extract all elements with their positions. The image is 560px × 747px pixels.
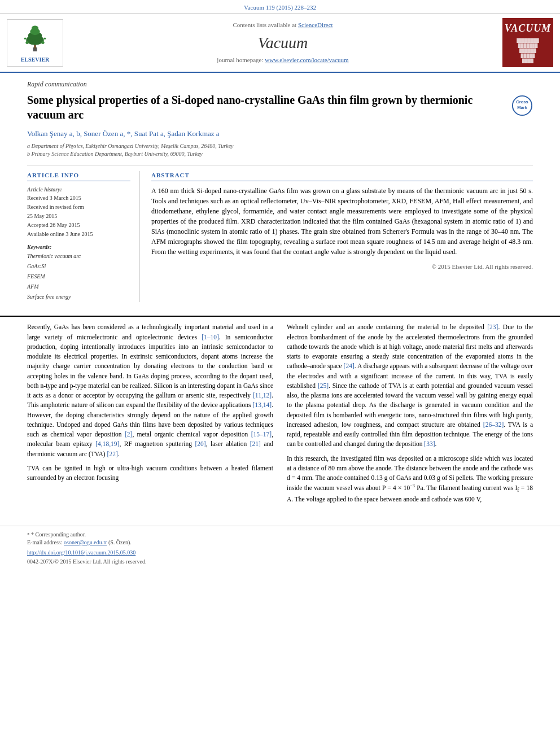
- corresponding-label: * Corresponding author.: [31, 531, 86, 538]
- sciencedirect-anchor[interactable]: ScienceDirect: [298, 21, 333, 28]
- email-label: E-mail address:: [27, 539, 62, 545]
- body-left-col: Recently, GaAs has been considered as a …: [27, 322, 273, 509]
- svg-point-9: [44, 37, 46, 40]
- affiliations: a Department of Physics, Eskişehir Osman…: [27, 142, 533, 158]
- ref-2: [2]: [125, 431, 132, 438]
- keyword-3: FESEM: [27, 272, 130, 282]
- article-info-col: Article Info Article history: Received 3…: [27, 171, 140, 302]
- keywords-list: Thermionic vacuum arc GaAs:Si FESEM AFM …: [27, 251, 130, 302]
- keyword-4: AFM: [27, 282, 130, 292]
- article-type: Rapid communication: [27, 80, 533, 89]
- ref-26-32: [26–32]: [483, 421, 504, 428]
- ref-22: [22]: [107, 451, 118, 457]
- article-title-row: Some physical properties of a Si-doped n…: [27, 93, 533, 122]
- footer-doi: http://dx.doi.org/10.1016/j.vacuum.2015.…: [27, 549, 533, 557]
- article-content: Rapid communication Some physical proper…: [0, 73, 560, 309]
- ref-23: [23]: [487, 324, 498, 330]
- article-title: Some physical properties of a Si-doped n…: [27, 93, 506, 122]
- doi-link[interactable]: http://dx.doi.org/10.1016/j.vacuum.2015.…: [27, 549, 135, 556]
- journal-citation-bar: Vacuum 119 (2015) 228–232: [0, 0, 560, 14]
- article-info-heading: Article Info: [27, 171, 130, 181]
- journal-center: Contents lists available at ScienceDirec…: [69, 21, 497, 65]
- vacuum-journal-logo: VACUUM ████████ ███████ ██████ █████ ███…: [502, 18, 553, 67]
- svg-point-6: [25, 41, 28, 43]
- article-info-abstract: Article Info Article history: Received 3…: [27, 165, 533, 302]
- body-para-1: Recently, GaAs has been considered as a …: [27, 322, 273, 459]
- svg-text:Mark: Mark: [517, 105, 528, 110]
- footer-area: * * Corresponding author. E-mail address…: [0, 526, 560, 570]
- crossmark-icon: Cross Mark: [511, 95, 533, 116]
- footer-corresponding: * * Corresponding author.: [27, 531, 533, 539]
- vacuum-logo-lines: ████████ ███████ ██████ █████ ████: [517, 38, 539, 64]
- elsevier-tree-icon: [15, 22, 55, 53]
- journal-citation-text: Vacuum 119 (2015) 228–232: [244, 4, 316, 11]
- ref-11-12: [11,12]: [253, 392, 272, 399]
- body-content: Recently, GaAs has been considered as a …: [0, 316, 560, 514]
- affiliation-b: b Primary Science Education Department, …: [27, 150, 533, 158]
- ref-33: [33]: [424, 440, 435, 447]
- body-para-2: TVA can be ignited in high or ultra-high…: [27, 464, 273, 483]
- journal-header: ELSEVIER Contents lists available at Sci…: [0, 14, 560, 73]
- ref-24: [24]: [344, 362, 355, 369]
- abstract-col: Abstract A 160 nm thick Si-doped nano-cr…: [151, 171, 533, 302]
- ref-21: [21]: [250, 440, 261, 447]
- svg-point-5: [32, 25, 38, 30]
- ref-4-18-19: [4,18,19]: [95, 440, 119, 447]
- keywords-label: Keywords:: [27, 243, 130, 251]
- elsevier-logo: ELSEVIER: [7, 19, 63, 67]
- history-label: Article history:: [27, 186, 130, 194]
- body-para-4: In this research, the investigated film …: [287, 454, 533, 504]
- email-link[interactable]: osoner@ogu.edu.tr: [64, 539, 107, 545]
- copyright-notice: © 2015 Elsevier Ltd. All rights reserved…: [151, 263, 533, 271]
- body-right-col: Wehnelt cylinder and an anode containing…: [287, 322, 533, 509]
- keyword-2: GaAs:Si: [27, 261, 130, 272]
- date-received-revised-label: Received in revised form: [27, 203, 130, 212]
- journal-name: Vacuum: [69, 32, 497, 54]
- body-para-3: Wehnelt cylinder and an anode containing…: [287, 322, 533, 449]
- homepage-url[interactable]: www.elsevier.com/locate/vacuum: [265, 56, 348, 63]
- keyword-1: Thermionic vacuum arc: [27, 251, 130, 261]
- abstract-heading: Abstract: [151, 171, 533, 181]
- date-available: Available online 3 June 2015: [27, 230, 130, 239]
- ref-1-10: [1–10]: [202, 334, 219, 340]
- email-name: (S. Özen).: [108, 539, 132, 545]
- svg-point-7: [41, 41, 44, 43]
- date-accepted: Accepted 26 May 2015: [27, 221, 130, 230]
- body-two-col: Recently, GaAs has been considered as a …: [27, 322, 533, 509]
- sciencedirect-link: Contents lists available at ScienceDirec…: [69, 21, 497, 29]
- ref-25: [25]: [318, 382, 329, 389]
- footer-email: E-mail address: osoner@ogu.edu.tr (S. Öz…: [27, 539, 533, 547]
- authors-text: Volkan Şenay a, b, Soner Özen a, *, Suat…: [27, 129, 220, 138]
- ref-20: [20]: [195, 440, 205, 447]
- vacuum-logo-title: VACUUM: [505, 21, 552, 36]
- abstract-text: A 160 nm thick Si-doped nano-crystalline…: [151, 186, 533, 257]
- svg-point-8: [24, 37, 27, 40]
- ref-15-17: [15–17]: [251, 431, 272, 438]
- journal-homepage: journal homepage: www.elsevier.com/locat…: [69, 56, 497, 64]
- date-received-revised: 25 May 2015: [27, 212, 130, 221]
- affiliation-a: a Department of Physics, Eskişehir Osman…: [27, 142, 533, 150]
- authors: Volkan Şenay a, b, Soner Özen a, *, Suat…: [27, 129, 533, 139]
- dates-info: Received 3 March 2015 Received in revise…: [27, 194, 130, 239]
- date-received: Received 3 March 2015: [27, 194, 130, 203]
- ref-13-14: [13,14]: [253, 401, 272, 408]
- svg-text:Cross: Cross: [516, 99, 528, 104]
- footer-copyright: 0042-207X/© 2015 Elsevier Ltd. All right…: [27, 558, 533, 566]
- elsevier-wordmark: ELSEVIER: [10, 56, 60, 64]
- keyword-5: Surface free energy: [27, 292, 130, 302]
